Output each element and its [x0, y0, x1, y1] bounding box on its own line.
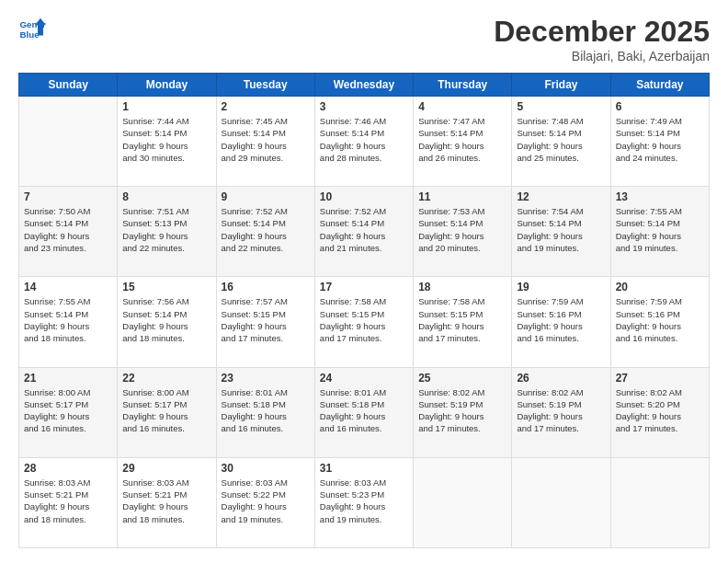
day-info: Sunrise: 7:57 AMSunset: 5:15 PMDaylight:…	[222, 295, 310, 344]
table-row	[19, 97, 118, 187]
table-row: 3Sunrise: 7:46 AMSunset: 5:14 PMDaylight…	[314, 97, 413, 187]
day-number: 30	[222, 462, 310, 475]
day-number: 23	[222, 372, 310, 385]
table-row: 11Sunrise: 7:53 AMSunset: 5:14 PMDayligh…	[414, 187, 512, 277]
table-row: 26Sunrise: 8:02 AMSunset: 5:19 PMDayligh…	[512, 367, 610, 457]
calendar-week-row: 1Sunrise: 7:44 AMSunset: 5:14 PMDaylight…	[19, 97, 710, 187]
day-number: 24	[320, 372, 408, 385]
table-row: 8Sunrise: 7:51 AMSunset: 5:13 PMDaylight…	[118, 187, 216, 277]
day-number: 28	[24, 462, 112, 475]
col-friday: Friday	[512, 74, 610, 97]
day-number: 20	[616, 281, 704, 293]
svg-text:Blue: Blue	[20, 29, 40, 40]
table-row: 18Sunrise: 7:58 AMSunset: 5:15 PMDayligh…	[414, 277, 512, 367]
col-wednesday: Wednesday	[314, 74, 413, 97]
month-title: December 2025	[494, 15, 710, 49]
day-number: 18	[418, 281, 506, 293]
table-row: 21Sunrise: 8:00 AMSunset: 5:17 PMDayligh…	[19, 367, 118, 457]
header: General Blue December 2025 Bilajari, Bak…	[18, 15, 710, 63]
day-info: Sunrise: 8:03 AMSunset: 5:23 PMDaylight:…	[320, 477, 408, 525]
table-row	[610, 457, 709, 547]
day-info: Sunrise: 8:00 AMSunset: 5:17 PMDaylight:…	[24, 386, 112, 435]
table-row: 23Sunrise: 8:01 AMSunset: 5:18 PMDayligh…	[216, 367, 314, 457]
day-info: Sunrise: 7:52 AMSunset: 5:14 PMDaylight:…	[320, 205, 408, 254]
table-row: 9Sunrise: 7:52 AMSunset: 5:14 PMDaylight…	[216, 187, 314, 277]
table-row: 5Sunrise: 7:48 AMSunset: 5:14 PMDaylight…	[512, 97, 610, 187]
day-number: 17	[320, 281, 408, 293]
day-number: 19	[517, 281, 605, 293]
table-row: 28Sunrise: 8:03 AMSunset: 5:21 PMDayligh…	[19, 457, 118, 547]
calendar-week-row: 28Sunrise: 8:03 AMSunset: 5:21 PMDayligh…	[19, 457, 710, 547]
day-number: 14	[24, 281, 112, 293]
table-row: 20Sunrise: 7:59 AMSunset: 5:16 PMDayligh…	[610, 277, 709, 367]
day-info: Sunrise: 7:52 AMSunset: 5:14 PMDaylight:…	[222, 205, 310, 254]
table-row: 15Sunrise: 7:56 AMSunset: 5:14 PMDayligh…	[118, 277, 216, 367]
day-number: 27	[616, 372, 704, 385]
day-number: 9	[222, 190, 310, 203]
day-info: Sunrise: 7:49 AMSunset: 5:14 PMDaylight:…	[616, 115, 704, 164]
day-info: Sunrise: 8:02 AMSunset: 5:20 PMDaylight:…	[616, 386, 704, 435]
day-info: Sunrise: 8:02 AMSunset: 5:19 PMDaylight:…	[517, 386, 605, 435]
calendar-header-row: Sunday Monday Tuesday Wednesday Thursday…	[19, 74, 710, 97]
table-row: 10Sunrise: 7:52 AMSunset: 5:14 PMDayligh…	[314, 187, 413, 277]
day-info: Sunrise: 8:01 AMSunset: 5:18 PMDaylight:…	[222, 386, 310, 435]
table-row: 7Sunrise: 7:50 AMSunset: 5:14 PMDaylight…	[19, 187, 118, 277]
day-info: Sunrise: 8:03 AMSunset: 5:22 PMDaylight:…	[222, 477, 310, 525]
day-number: 26	[517, 372, 605, 385]
day-info: Sunrise: 7:55 AMSunset: 5:14 PMDaylight:…	[24, 295, 112, 344]
day-info: Sunrise: 8:03 AMSunset: 5:21 PMDaylight:…	[122, 477, 210, 525]
day-number: 6	[616, 100, 704, 113]
day-number: 15	[122, 281, 210, 293]
day-info: Sunrise: 7:54 AMSunset: 5:14 PMDaylight:…	[517, 205, 605, 254]
day-info: Sunrise: 7:53 AMSunset: 5:14 PMDaylight:…	[418, 205, 506, 254]
page: General Blue December 2025 Bilajari, Bak…	[0, 0, 728, 563]
day-info: Sunrise: 8:02 AMSunset: 5:19 PMDaylight:…	[418, 386, 506, 435]
day-info: Sunrise: 7:59 AMSunset: 5:16 PMDaylight:…	[517, 295, 605, 344]
day-number: 7	[24, 190, 112, 203]
col-tuesday: Tuesday	[216, 74, 314, 97]
col-sunday: Sunday	[19, 74, 118, 97]
day-info: Sunrise: 7:45 AMSunset: 5:14 PMDaylight:…	[222, 115, 310, 164]
day-info: Sunrise: 8:01 AMSunset: 5:18 PMDaylight:…	[320, 386, 408, 435]
day-info: Sunrise: 7:58 AMSunset: 5:15 PMDaylight:…	[320, 295, 408, 344]
table-row: 13Sunrise: 7:55 AMSunset: 5:14 PMDayligh…	[610, 187, 709, 277]
day-number: 13	[616, 190, 704, 203]
logo-icon: General Blue	[18, 15, 46, 42]
table-row: 27Sunrise: 8:02 AMSunset: 5:20 PMDayligh…	[610, 367, 709, 457]
day-info: Sunrise: 7:58 AMSunset: 5:15 PMDaylight:…	[418, 295, 506, 344]
day-number: 29	[122, 462, 210, 475]
col-thursday: Thursday	[414, 74, 512, 97]
table-row: 31Sunrise: 8:03 AMSunset: 5:23 PMDayligh…	[314, 457, 413, 547]
table-row: 24Sunrise: 8:01 AMSunset: 5:18 PMDayligh…	[314, 367, 413, 457]
table-row: 16Sunrise: 7:57 AMSunset: 5:15 PMDayligh…	[216, 277, 314, 367]
day-number: 22	[122, 372, 210, 385]
day-number: 2	[222, 100, 310, 113]
col-saturday: Saturday	[610, 74, 709, 97]
table-row: 12Sunrise: 7:54 AMSunset: 5:14 PMDayligh…	[512, 187, 610, 277]
table-row	[512, 457, 610, 547]
calendar-week-row: 7Sunrise: 7:50 AMSunset: 5:14 PMDaylight…	[19, 187, 710, 277]
day-number: 10	[320, 190, 408, 203]
table-row: 6Sunrise: 7:49 AMSunset: 5:14 PMDaylight…	[610, 97, 709, 187]
day-number: 12	[517, 190, 605, 203]
day-number: 25	[418, 372, 506, 385]
day-number: 1	[122, 100, 210, 113]
calendar-week-row: 21Sunrise: 8:00 AMSunset: 5:17 PMDayligh…	[19, 367, 710, 457]
location: Bilajari, Baki, Azerbaijan	[494, 49, 710, 63]
calendar-table: Sunday Monday Tuesday Wednesday Thursday…	[18, 73, 710, 548]
table-row: 14Sunrise: 7:55 AMSunset: 5:14 PMDayligh…	[19, 277, 118, 367]
day-info: Sunrise: 8:03 AMSunset: 5:21 PMDaylight:…	[24, 477, 112, 525]
day-info: Sunrise: 7:55 AMSunset: 5:14 PMDaylight:…	[616, 205, 704, 254]
day-info: Sunrise: 7:56 AMSunset: 5:14 PMDaylight:…	[122, 295, 210, 344]
day-info: Sunrise: 7:46 AMSunset: 5:14 PMDaylight:…	[320, 115, 408, 164]
table-row: 22Sunrise: 8:00 AMSunset: 5:17 PMDayligh…	[118, 367, 216, 457]
day-info: Sunrise: 8:00 AMSunset: 5:17 PMDaylight:…	[122, 386, 210, 435]
day-number: 11	[418, 190, 506, 203]
day-info: Sunrise: 7:59 AMSunset: 5:16 PMDaylight:…	[616, 295, 704, 344]
table-row: 29Sunrise: 8:03 AMSunset: 5:21 PMDayligh…	[118, 457, 216, 547]
day-number: 8	[122, 190, 210, 203]
table-row: 17Sunrise: 7:58 AMSunset: 5:15 PMDayligh…	[314, 277, 413, 367]
day-info: Sunrise: 7:50 AMSunset: 5:14 PMDaylight:…	[24, 205, 112, 254]
title-area: December 2025 Bilajari, Baki, Azerbaijan	[494, 15, 710, 63]
calendar-week-row: 14Sunrise: 7:55 AMSunset: 5:14 PMDayligh…	[19, 277, 710, 367]
